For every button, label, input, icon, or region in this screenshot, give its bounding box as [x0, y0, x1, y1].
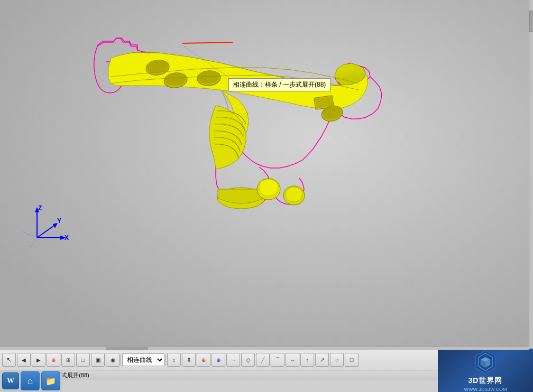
folder-button[interactable]: 📁 [41, 371, 60, 390]
model-svg [0, 0, 529, 349]
window-buttons: W ⌂ 📁 [0, 370, 62, 392]
svg-point-5 [286, 187, 302, 202]
tooltip: 相连曲线：样条 / 一步式展开(88) [228, 78, 330, 91]
3d-viewport[interactable]: 相连曲线：样条 / 一步式展开(88) Z Y X [0, 0, 529, 349]
tool-btn-6[interactable]: ◇ [241, 353, 255, 367]
x-axis-label: X [65, 234, 69, 241]
svg-line-23 [21, 231, 37, 238]
solid-button[interactable]: ◉ [106, 353, 120, 367]
tool-btn-8[interactable]: ⌒ [271, 353, 284, 367]
y-axis-label: Y [57, 217, 61, 225]
frame-button[interactable]: □ [76, 353, 90, 367]
tool-btn-11[interactable]: ↗ [315, 353, 329, 367]
target-button[interactable]: ⊕ [47, 353, 60, 367]
svg-point-3 [259, 179, 278, 196]
prev-button[interactable]: ◀ [17, 353, 31, 367]
tool-btn-7[interactable]: ╱ [256, 353, 270, 367]
z-axis-label: Z [38, 204, 42, 212]
select-button[interactable]: ↖ [2, 353, 16, 367]
svg-line-19 [37, 225, 56, 238]
tool-btn-10[interactable]: ↑ [300, 353, 314, 367]
feature-dropdown[interactable]: 相连曲线 [122, 353, 164, 366]
next-button[interactable]: ▶ [32, 353, 45, 367]
tool-btn-5[interactable]: → [226, 353, 240, 367]
logo-icon [472, 349, 499, 375]
tool-btn-13[interactable]: □ [345, 353, 359, 367]
site-url: WWW.3DSJW.COM [464, 387, 507, 392]
tool-btn-9[interactable]: ⌣ [286, 353, 299, 367]
logo-area: 3D世界网 WWW.3DSJW.COM [438, 349, 533, 392]
horizontal-scrollbar[interactable] [0, 347, 529, 350]
tooltip-text: 相连曲线：样条 / 一步式展开(88) [233, 81, 326, 88]
axis-indicator: Z Y X [16, 201, 69, 254]
right-scrollbar[interactable] [529, 0, 533, 349]
svg-line-24 [29, 238, 37, 248]
site-name: 3D世界网 [468, 376, 503, 386]
zoom-button[interactable]: ⊞ [61, 353, 75, 367]
tool-btn-3[interactable]: ⊕ [197, 353, 210, 367]
tool-btn-2[interactable]: ⇕ [182, 353, 196, 367]
tool-btn-1[interactable]: ↕ [167, 353, 181, 367]
home-button[interactable]: ⌂ [21, 371, 40, 390]
svg-rect-0 [0, 0, 529, 349]
w-button[interactable]: W [2, 372, 19, 389]
tool-btn-4[interactable]: ⊕ [212, 353, 225, 367]
tool-btn-12[interactable]: ○ [330, 353, 344, 367]
cube-button[interactable]: ▣ [91, 353, 105, 367]
